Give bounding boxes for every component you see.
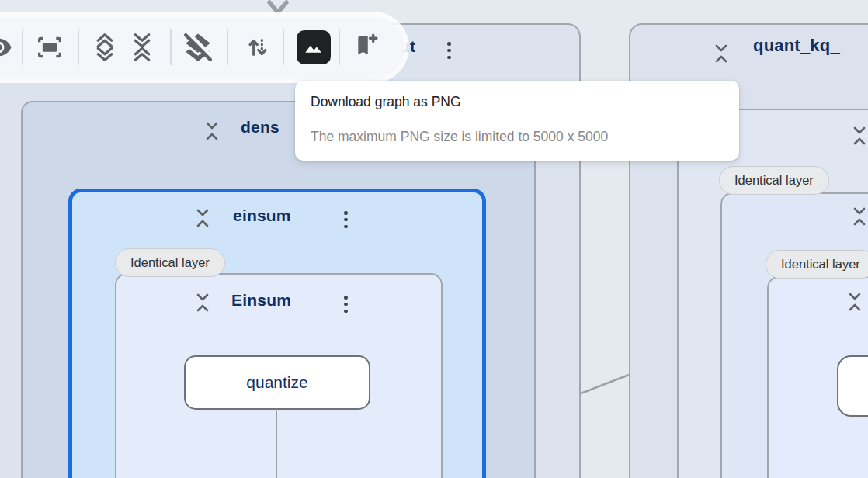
tooltip-subtitle: The maximum PNG size is limited to 5000 … xyxy=(311,129,608,145)
collapse-layer-icon[interactable] xyxy=(194,208,211,228)
collapse-all-layers-icon[interactable] xyxy=(130,31,154,64)
node-menu-icon[interactable] xyxy=(447,42,451,59)
expand-all-layers-icon[interactable] xyxy=(93,31,116,64)
collapse-layer-icon[interactable] xyxy=(203,121,220,141)
collapse-layer-icon[interactable] xyxy=(851,206,868,227)
tooltip-title: Download graph as PNG xyxy=(311,94,461,110)
identical-layer-badge: Identical layer xyxy=(115,248,225,277)
edge-quantize-out xyxy=(276,409,277,478)
layer-node-dens-title: dens xyxy=(241,118,279,137)
visibility-icon[interactable] xyxy=(0,33,12,61)
identical-layer-badge: Identical layer xyxy=(766,250,868,279)
collapse-layer-icon[interactable] xyxy=(851,126,868,146)
layer-node-einsum-title: einsum xyxy=(233,206,291,225)
edge-arrowhead-icon xyxy=(265,0,291,17)
node-menu-icon[interactable] xyxy=(344,211,348,228)
op-node-quantize[interactable]: quantize xyxy=(184,355,370,410)
op-node-quantize-label: quantize xyxy=(246,373,307,392)
download-png-tooltip: Download graph as PNG The maximum PNG si… xyxy=(295,81,739,161)
layer-node-einsum-op-title: Einsum xyxy=(231,291,291,310)
flatten-layers-icon[interactable] xyxy=(180,31,216,64)
collapse-layer-icon[interactable] xyxy=(846,292,863,312)
bookmark-add-icon[interactable] xyxy=(352,33,380,62)
identical-layer-badge: Identical layer xyxy=(719,166,829,195)
node-menu-icon[interactable] xyxy=(344,296,348,313)
fit-screen-icon[interactable] xyxy=(33,32,67,63)
graph-toolbar xyxy=(0,17,404,78)
collapse-layer-icon[interactable] xyxy=(194,293,211,313)
trace-vertical-arrows-icon[interactable] xyxy=(245,32,270,63)
graph-canvas[interactable]: { "tooltip": { "title": "Download graph … xyxy=(0,0,868,478)
download-png-icon[interactable] xyxy=(297,30,331,64)
op-node-right[interactable] xyxy=(837,355,868,417)
layer-node-quant-kq-title: quant_kq_ xyxy=(753,36,840,56)
edge-cross-gap xyxy=(578,371,632,397)
collapse-layer-icon[interactable] xyxy=(713,43,730,64)
